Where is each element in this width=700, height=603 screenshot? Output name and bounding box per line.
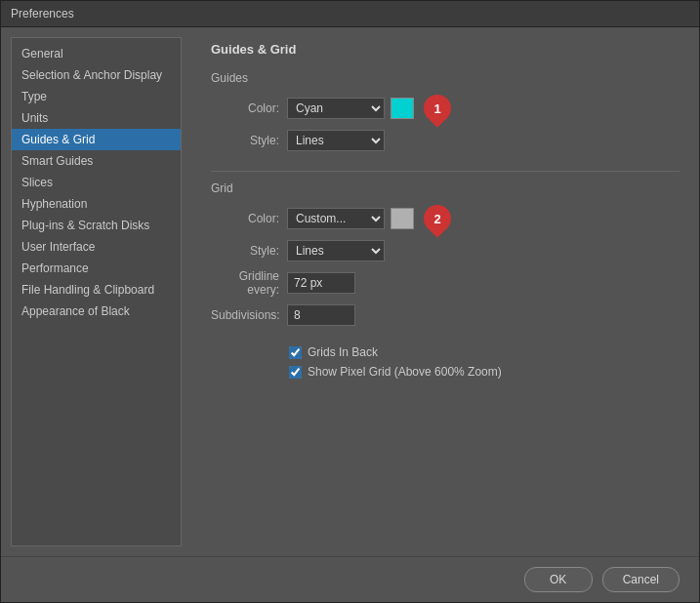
checkbox-row-grids-in-back: Grids In Back (289, 345, 679, 359)
sidebar-item-smart-guides[interactable]: Smart Guides (12, 150, 181, 172)
sidebar-item-units[interactable]: Units (12, 107, 181, 129)
grid-style-label: Style: (211, 244, 279, 258)
annotation-1-label: 1 (433, 101, 440, 116)
grid-color-select[interactable]: CyanMagentaYellowBlackRedGreenBlueCustom… (287, 208, 385, 229)
sidebar-item-file-handling[interactable]: File Handling & Clipboard (12, 279, 181, 301)
annotation-2-label: 2 (433, 212, 440, 226)
grid-section: Grid Color: CyanMagentaYellowBlackRedGre… (211, 181, 679, 326)
guides-color-label: Color: (211, 101, 279, 115)
sidebar-item-slices[interactable]: Slices (12, 172, 181, 193)
checkbox-label-show-pixel-grid: Show Pixel Grid (Above 600% Zoom) (308, 365, 502, 379)
section-separator (211, 171, 679, 172)
sidebar-item-hyphenation[interactable]: Hyphenation (12, 193, 181, 215)
subdivisions-label: Subdivisions: (211, 308, 279, 322)
guides-color-select[interactable]: CyanMagentaYellowBlackRedGreenBlueCustom… (287, 98, 385, 119)
checkboxes-container: Grids In BackShow Pixel Grid (Above 600%… (211, 345, 679, 379)
ok-button[interactable]: OK (524, 567, 593, 592)
guides-color-row: Color: CyanMagentaYellowBlackRedGreenBlu… (211, 95, 679, 122)
grid-style-row: Style: LinesDots (211, 240, 679, 261)
dialog-footer: OK Cancel (1, 556, 699, 602)
checkbox-label-grids-in-back: Grids In Back (308, 345, 378, 359)
gridline-label: Gridline every: (211, 269, 279, 297)
annotation-2-bubble: 2 (418, 199, 457, 238)
sidebar: GeneralSelection & Anchor DisplayTypeUni… (11, 37, 182, 546)
guides-style-label: Style: (211, 134, 279, 147)
title-bar: Preferences (1, 1, 699, 27)
main-content: Guides & Grid Guides Color: CyanMagentaY… (191, 27, 699, 556)
grid-color-row: Color: CyanMagentaYellowBlackRedGreenBlu… (211, 205, 679, 232)
sidebar-item-plug-ins-scratch[interactable]: Plug-ins & Scratch Disks (12, 215, 181, 236)
sidebar-item-guides-grid[interactable]: Guides & Grid (12, 129, 181, 150)
guides-color-swatch[interactable] (391, 98, 414, 119)
gridline-input[interactable] (287, 272, 355, 294)
cancel-button[interactable]: Cancel (602, 567, 679, 592)
guides-style-row: Style: LinesDots (211, 130, 679, 151)
sidebar-item-type[interactable]: Type (12, 86, 181, 107)
subdivisions-input[interactable] (287, 304, 355, 326)
grid-color-swatch[interactable] (391, 208, 414, 229)
sidebar-item-user-interface[interactable]: User Interface (12, 236, 181, 258)
preferences-dialog: Preferences GeneralSelection & Anchor Di… (0, 0, 700, 603)
guides-style-select[interactable]: LinesDots (287, 130, 385, 151)
guides-section: Guides Color: CyanMagentaYellowBlackRedG… (211, 71, 679, 151)
grid-style-select[interactable]: LinesDots (287, 240, 385, 261)
sidebar-item-general[interactable]: General (12, 43, 181, 64)
sidebar-item-selection-anchor-display[interactable]: Selection & Anchor Display (12, 64, 181, 86)
dialog-body: GeneralSelection & Anchor DisplayTypeUni… (1, 27, 699, 556)
sidebar-item-performance[interactable]: Performance (12, 258, 181, 279)
sidebar-item-appearance-black[interactable]: Appearance of Black (12, 301, 181, 322)
grid-color-label: Color: (211, 212, 279, 225)
section-title: Guides & Grid (211, 42, 679, 57)
grid-subtitle: Grid (211, 181, 679, 195)
dialog-title: Preferences (11, 7, 74, 20)
guides-subtitle: Guides (211, 71, 679, 85)
checkbox-show-pixel-grid[interactable] (289, 366, 302, 379)
subdivisions-row: Subdivisions: (211, 304, 679, 326)
checkbox-grids-in-back[interactable] (289, 346, 302, 359)
checkbox-row-show-pixel-grid: Show Pixel Grid (Above 600% Zoom) (289, 365, 679, 379)
gridline-row: Gridline every: (211, 269, 679, 297)
annotation-1-bubble: 1 (418, 89, 457, 128)
